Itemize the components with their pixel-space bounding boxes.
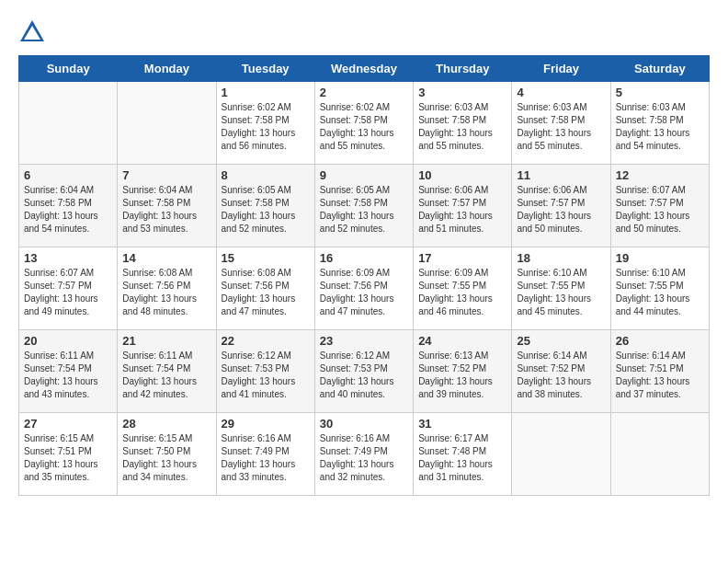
calendar-cell: 26Sunrise: 6:14 AM Sunset: 7:51 PM Dayli… xyxy=(610,330,709,413)
day-number: 23 xyxy=(320,334,408,348)
calendar-cell: 4Sunrise: 6:03 AM Sunset: 7:58 PM Daylig… xyxy=(512,82,610,165)
day-info: Sunrise: 6:07 AM Sunset: 7:57 PM Dayligh… xyxy=(24,267,112,318)
day-number: 26 xyxy=(616,334,704,348)
day-info: Sunrise: 6:13 AM Sunset: 7:52 PM Dayligh… xyxy=(418,350,506,401)
day-info: Sunrise: 6:02 AM Sunset: 7:58 PM Dayligh… xyxy=(222,101,310,153)
calendar-cell: 30Sunrise: 6:16 AM Sunset: 7:49 PM Dayli… xyxy=(314,413,413,496)
calendar-cell: 8Sunrise: 6:05 AM Sunset: 7:58 PM Daylig… xyxy=(216,165,314,247)
day-number: 15 xyxy=(222,251,310,265)
day-number: 17 xyxy=(418,251,506,265)
calendar-cell: 31Sunrise: 6:17 AM Sunset: 7:48 PM Dayli… xyxy=(414,413,512,496)
page-header xyxy=(18,18,710,46)
day-number: 20 xyxy=(24,334,112,348)
calendar-cell: 2Sunrise: 6:02 AM Sunset: 7:58 PM Daylig… xyxy=(314,82,413,165)
day-number: 31 xyxy=(418,417,506,431)
day-number: 7 xyxy=(122,168,210,182)
calendar-week-row: 1Sunrise: 6:02 AM Sunset: 7:58 PM Daylig… xyxy=(19,82,710,165)
calendar-cell xyxy=(512,413,610,496)
day-info: Sunrise: 6:03 AM Sunset: 7:58 PM Dayligh… xyxy=(616,101,704,153)
day-info: Sunrise: 6:06 AM Sunset: 7:57 PM Dayligh… xyxy=(517,184,605,236)
day-number: 21 xyxy=(122,334,210,348)
calendar-header-tuesday: Tuesday xyxy=(216,56,314,82)
day-info: Sunrise: 6:16 AM Sunset: 7:49 PM Dayligh… xyxy=(222,432,310,484)
calendar-cell xyxy=(19,82,118,165)
day-number: 3 xyxy=(418,86,506,99)
day-number: 2 xyxy=(320,86,408,99)
calendar-cell: 20Sunrise: 6:11 AM Sunset: 7:54 PM Dayli… xyxy=(19,330,118,413)
calendar-header-wednesday: Wednesday xyxy=(314,56,413,82)
day-info: Sunrise: 6:08 AM Sunset: 7:56 PM Dayligh… xyxy=(122,267,210,318)
day-number: 6 xyxy=(24,168,112,182)
day-info: Sunrise: 6:07 AM Sunset: 7:57 PM Dayligh… xyxy=(616,184,704,236)
day-number: 19 xyxy=(616,251,704,265)
day-number: 22 xyxy=(222,334,310,348)
calendar-cell: 19Sunrise: 6:10 AM Sunset: 7:55 PM Dayli… xyxy=(610,247,709,330)
calendar-cell: 15Sunrise: 6:08 AM Sunset: 7:56 PM Dayli… xyxy=(216,247,314,330)
calendar-cell: 22Sunrise: 6:12 AM Sunset: 7:53 PM Dayli… xyxy=(216,330,314,413)
day-number: 10 xyxy=(418,168,506,182)
day-info: Sunrise: 6:05 AM Sunset: 7:58 PM Dayligh… xyxy=(320,184,408,236)
day-info: Sunrise: 6:03 AM Sunset: 7:58 PM Dayligh… xyxy=(517,101,605,153)
day-info: Sunrise: 6:12 AM Sunset: 7:53 PM Dayligh… xyxy=(222,350,310,401)
calendar-cell: 28Sunrise: 6:15 AM Sunset: 7:50 PM Dayli… xyxy=(118,413,216,496)
calendar-header-saturday: Saturday xyxy=(610,56,709,82)
calendar-cell: 16Sunrise: 6:09 AM Sunset: 7:56 PM Dayli… xyxy=(314,247,413,330)
calendar-cell: 23Sunrise: 6:12 AM Sunset: 7:53 PM Dayli… xyxy=(314,330,413,413)
day-info: Sunrise: 6:11 AM Sunset: 7:54 PM Dayligh… xyxy=(122,350,210,401)
day-info: Sunrise: 6:04 AM Sunset: 7:58 PM Dayligh… xyxy=(24,184,112,236)
day-number: 28 xyxy=(122,417,210,431)
calendar-cell: 29Sunrise: 6:16 AM Sunset: 7:49 PM Dayli… xyxy=(216,413,314,496)
day-number: 16 xyxy=(320,251,408,265)
calendar-cell: 7Sunrise: 6:04 AM Sunset: 7:58 PM Daylig… xyxy=(118,165,216,247)
day-number: 11 xyxy=(517,168,605,182)
calendar-cell xyxy=(610,413,709,496)
day-info: Sunrise: 6:10 AM Sunset: 7:55 PM Dayligh… xyxy=(517,267,605,318)
calendar-header-row: SundayMondayTuesdayWednesdayThursdayFrid… xyxy=(19,56,710,82)
calendar-week-row: 6Sunrise: 6:04 AM Sunset: 7:58 PM Daylig… xyxy=(19,165,710,247)
calendar-cell: 10Sunrise: 6:06 AM Sunset: 7:57 PM Dayli… xyxy=(414,165,512,247)
day-number: 8 xyxy=(222,168,310,182)
day-number: 1 xyxy=(222,86,310,99)
calendar-table: SundayMondayTuesdayWednesdayThursdayFrid… xyxy=(18,55,710,496)
calendar-cell: 6Sunrise: 6:04 AM Sunset: 7:58 PM Daylig… xyxy=(19,165,118,247)
calendar-cell: 14Sunrise: 6:08 AM Sunset: 7:56 PM Dayli… xyxy=(118,247,216,330)
calendar-cell: 5Sunrise: 6:03 AM Sunset: 7:58 PM Daylig… xyxy=(610,82,709,165)
day-info: Sunrise: 6:11 AM Sunset: 7:54 PM Dayligh… xyxy=(24,350,112,401)
calendar-cell: 3Sunrise: 6:03 AM Sunset: 7:58 PM Daylig… xyxy=(414,82,512,165)
day-info: Sunrise: 6:03 AM Sunset: 7:58 PM Dayligh… xyxy=(418,101,506,153)
calendar-cell: 27Sunrise: 6:15 AM Sunset: 7:51 PM Dayli… xyxy=(19,413,118,496)
day-number: 12 xyxy=(616,168,704,182)
logo xyxy=(18,18,50,46)
day-info: Sunrise: 6:05 AM Sunset: 7:58 PM Dayligh… xyxy=(222,184,310,236)
day-number: 30 xyxy=(320,417,408,431)
calendar-cell: 12Sunrise: 6:07 AM Sunset: 7:57 PM Dayli… xyxy=(610,165,709,247)
day-info: Sunrise: 6:14 AM Sunset: 7:51 PM Dayligh… xyxy=(616,350,704,401)
calendar-cell: 11Sunrise: 6:06 AM Sunset: 7:57 PM Dayli… xyxy=(512,165,610,247)
day-number: 18 xyxy=(517,251,605,265)
day-number: 29 xyxy=(222,417,310,431)
day-info: Sunrise: 6:09 AM Sunset: 7:55 PM Dayligh… xyxy=(418,267,506,318)
calendar-week-row: 13Sunrise: 6:07 AM Sunset: 7:57 PM Dayli… xyxy=(19,247,710,330)
day-info: Sunrise: 6:02 AM Sunset: 7:58 PM Dayligh… xyxy=(320,101,408,153)
day-number: 9 xyxy=(320,168,408,182)
day-info: Sunrise: 6:08 AM Sunset: 7:56 PM Dayligh… xyxy=(222,267,310,318)
day-info: Sunrise: 6:04 AM Sunset: 7:58 PM Dayligh… xyxy=(122,184,210,236)
day-number: 13 xyxy=(24,251,112,265)
calendar-cell: 24Sunrise: 6:13 AM Sunset: 7:52 PM Dayli… xyxy=(414,330,512,413)
calendar-cell: 21Sunrise: 6:11 AM Sunset: 7:54 PM Dayli… xyxy=(118,330,216,413)
day-info: Sunrise: 6:12 AM Sunset: 7:53 PM Dayligh… xyxy=(320,350,408,401)
day-info: Sunrise: 6:16 AM Sunset: 7:49 PM Dayligh… xyxy=(320,432,408,484)
day-info: Sunrise: 6:15 AM Sunset: 7:50 PM Dayligh… xyxy=(122,432,210,484)
day-number: 14 xyxy=(122,251,210,265)
calendar-cell: 17Sunrise: 6:09 AM Sunset: 7:55 PM Dayli… xyxy=(414,247,512,330)
calendar-header-friday: Friday xyxy=(512,56,610,82)
day-info: Sunrise: 6:17 AM Sunset: 7:48 PM Dayligh… xyxy=(418,432,506,484)
day-info: Sunrise: 6:09 AM Sunset: 7:56 PM Dayligh… xyxy=(320,267,408,318)
day-number: 4 xyxy=(517,86,605,99)
calendar-header-monday: Monday xyxy=(118,56,216,82)
calendar-header-sunday: Sunday xyxy=(19,56,118,82)
day-number: 27 xyxy=(24,417,112,431)
calendar-body: 1Sunrise: 6:02 AM Sunset: 7:58 PM Daylig… xyxy=(19,82,710,496)
calendar-cell: 9Sunrise: 6:05 AM Sunset: 7:58 PM Daylig… xyxy=(314,165,413,247)
calendar-week-row: 27Sunrise: 6:15 AM Sunset: 7:51 PM Dayli… xyxy=(19,413,710,496)
